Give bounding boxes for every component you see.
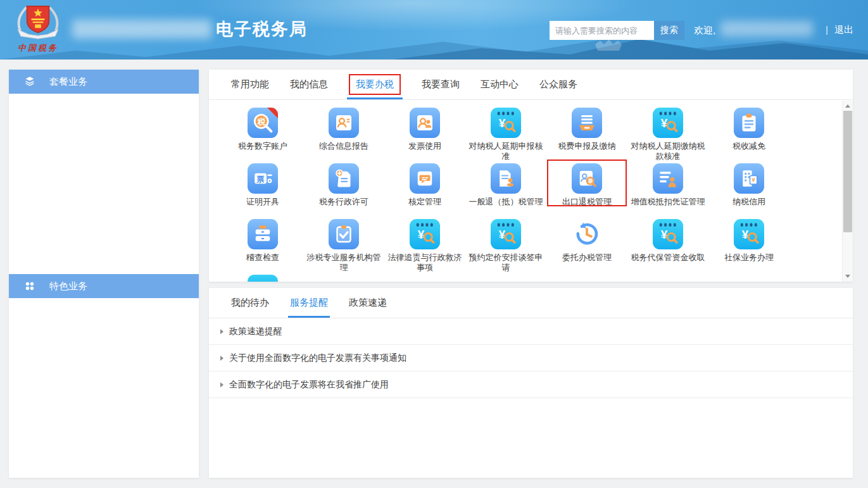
vat-voucher-icon: [653, 163, 683, 194]
service-label: 委托办税管理: [562, 253, 612, 263]
redacted-province-name: [72, 20, 211, 39]
service-item[interactable]: 一般退（抵）税管理: [465, 163, 546, 219]
tab-我的信息[interactable]: 我的信息: [290, 70, 328, 99]
service-label: 涉税专业服务机构管理: [303, 253, 384, 273]
sidebar: 套餐业务 特色业务: [9, 70, 199, 478]
service-label: 核定管理: [408, 197, 441, 207]
service-item[interactable]: ¥ 社保业务办理: [708, 219, 789, 275]
logo-caption: 中国税务: [8, 42, 68, 54]
service-item[interactable]: 核定管理: [384, 163, 465, 219]
redacted-username: [720, 21, 813, 37]
service-item[interactable]: 税务行政许可: [303, 163, 384, 219]
tab-我要查询[interactable]: 我要查询: [422, 70, 460, 99]
tax-emblem-icon: [10, 3, 66, 42]
tab-label: 政策速递: [349, 297, 387, 309]
service-item[interactable]: 税 税务数字账户: [222, 108, 303, 163]
svg-text:¥: ¥: [661, 228, 668, 241]
refund-doc-icon: [491, 163, 521, 194]
tab-我要办税[interactable]: 我要办税: [349, 70, 401, 99]
yen-search-icon: ¥: [491, 108, 521, 138]
service-label: 社保业务办理: [724, 253, 774, 263]
service-item[interactable]: ¥ 法律追责与行政救济事项: [384, 219, 465, 275]
service-item[interactable]: ¥ 纳税信用: [708, 163, 789, 219]
tab-服务提醒[interactable]: 服务提醒: [290, 288, 328, 318]
invoice-users-icon: [410, 108, 440, 138]
sidebar-section-header[interactable]: 套餐业务: [9, 70, 199, 94]
sidebar-section: 套餐业务: [9, 70, 199, 274]
layers-icon: [23, 75, 37, 89]
scrollbar-thumb[interactable]: [843, 111, 852, 232]
tab-公众服务[interactable]: 公众服务: [539, 70, 577, 99]
service-item[interactable]: 委托办税管理: [546, 219, 627, 275]
svg-text:¥: ¥: [661, 116, 668, 130]
service-item[interactable]: 发票使用: [384, 108, 465, 163]
tab-label: 我的信息: [290, 78, 328, 91]
service-label: 对纳税人延期缴纳税款核准: [627, 141, 708, 161]
service-agency-icon: [329, 219, 359, 249]
svg-text:¥: ¥: [499, 228, 506, 241]
sidebar-section-label: 特色业务: [49, 280, 87, 292]
scroll-down-button[interactable]: [843, 272, 853, 281]
svg-text:¥: ¥: [499, 116, 506, 130]
expand-arrow-icon: [220, 329, 223, 334]
service-item[interactable]: ¥ 预约定价安排谈签申请: [465, 219, 546, 275]
new-badge-icon: [267, 108, 278, 118]
tab-常用功能[interactable]: 常用功能: [231, 70, 269, 99]
service-item[interactable]: ¥ 税务代保管资金收取: [627, 219, 708, 275]
sidebar-section-label: 套餐业务: [49, 76, 87, 88]
notice-tabbar: 我的待办 服务提醒 政策速递: [209, 288, 853, 318]
tax-relief-icon: [734, 108, 764, 138]
service-label: 稽查检查: [246, 253, 279, 263]
service-item[interactable]: 税收减免: [708, 108, 789, 163]
service-item[interactable]: ¥ 对纳税人延期缴纳税款核准: [627, 108, 708, 163]
tab-label: 我要办税: [349, 74, 401, 95]
tax-search-icon: 税: [248, 108, 278, 138]
notice-item[interactable]: 政策速递提醒: [209, 318, 853, 345]
tax-services-panel: 常用功能 我的信息 我要办税 我要查询 互动中心 公众服务 税 税务数字账户 综…: [209, 70, 853, 282]
tab-label: 我的待办: [231, 297, 269, 309]
service-item[interactable]: ¥ 对纳税人延期申报核准: [465, 108, 546, 163]
tab-我的待办[interactable]: 我的待办: [231, 288, 269, 318]
service-item[interactable]: 稽查检查: [222, 219, 303, 275]
service-label: 税费申报及缴纳: [558, 141, 616, 151]
service-label: 税务行政许可: [319, 197, 368, 207]
yen-search-icon: ¥: [653, 219, 683, 249]
service-label: 对纳税人延期申报核准: [465, 141, 546, 161]
header-divider: |: [826, 24, 828, 35]
inspection-icon: [248, 219, 278, 249]
triangle-up-icon: [845, 104, 850, 108]
main-tabbar: 常用功能 我的信息 我要办税 我要查询 互动中心 公众服务: [209, 70, 853, 100]
triangle-down-icon: [845, 275, 850, 278]
export-refund-icon: [572, 163, 602, 194]
svg-text:票: 票: [256, 175, 265, 184]
tab-互动中心[interactable]: 互动中心: [481, 70, 519, 99]
notice-item[interactable]: 关于使用全面数字化的电子发票有关事项通知: [209, 345, 853, 372]
service-item[interactable]: 综合信息报告: [303, 108, 384, 163]
svg-text:¥: ¥: [418, 228, 425, 241]
svg-text:税: 税: [256, 117, 266, 127]
service-item[interactable]: 票 证明开具: [222, 163, 303, 219]
sidebar-section: 特色业务: [9, 274, 199, 478]
service-item[interactable]: 涉税专业服务机构管理: [303, 219, 384, 275]
tab-label: 互动中心: [481, 78, 519, 91]
yen-search-icon: ¥: [734, 219, 764, 249]
tab-政策速递[interactable]: 政策速递: [349, 288, 387, 318]
search-input[interactable]: [550, 21, 654, 40]
service-item[interactable]: 税费申报及缴纳: [546, 108, 627, 163]
service-label: 税务数字账户: [238, 141, 287, 151]
sidebar-section-header[interactable]: 特色业务: [9, 274, 199, 298]
service-label: 预约定价安排谈签申请: [465, 253, 546, 273]
service-item[interactable]: 出口退税管理: [546, 163, 627, 219]
tab-label: 公众服务: [539, 78, 577, 91]
expand-arrow-icon: [220, 356, 223, 361]
notice-label: 政策速递提醒: [229, 326, 282, 337]
search-button[interactable]: 搜索: [654, 21, 684, 40]
logout-link[interactable]: 退出: [834, 24, 853, 36]
person-report-icon: [329, 108, 359, 138]
china-tax-logo: 中国税务: [8, 3, 68, 58]
service-item[interactable]: 增值税抵扣凭证管理: [627, 163, 708, 219]
yen-search-icon: ¥: [653, 108, 683, 138]
scroll-up-button[interactable]: [843, 101, 853, 111]
notice-item[interactable]: 全面数字化的电子发票将在我省推广使用: [209, 372, 853, 398]
grid-dots-icon: [23, 279, 37, 293]
